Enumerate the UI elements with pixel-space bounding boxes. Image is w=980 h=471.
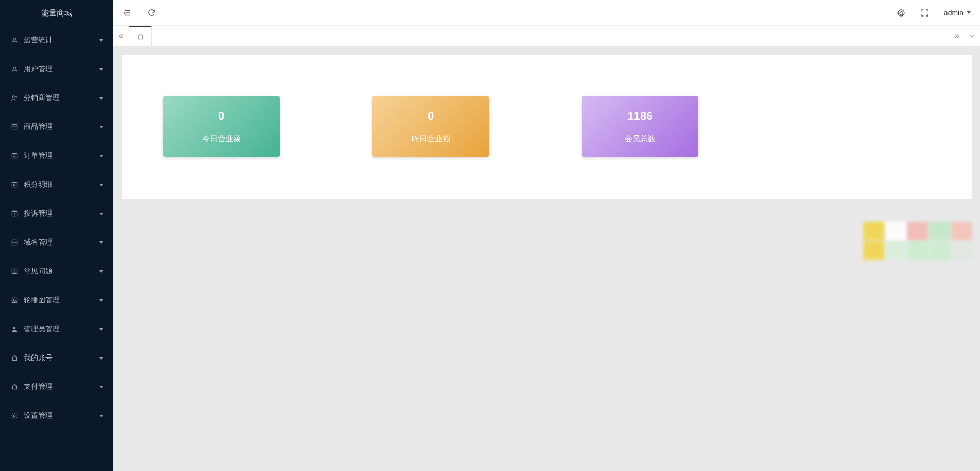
svg-rect-6	[12, 153, 17, 158]
user-icon	[10, 36, 19, 44]
chevron-down-icon	[99, 357, 103, 360]
sidebar-item-faq[interactable]: 常见问题	[0, 257, 113, 286]
chevron-down-icon	[99, 155, 103, 157]
chevron-down-icon	[99, 299, 103, 302]
svg-point-0	[13, 38, 16, 40]
tab-home[interactable]	[129, 26, 152, 46]
sidebar-item-complaint-mgmt[interactable]: 投诉管理	[0, 199, 113, 228]
svg-point-2	[13, 96, 15, 98]
stat-value: 1186	[628, 109, 653, 123]
user-name: admin	[944, 9, 963, 17]
chevron-down-icon	[967, 11, 971, 14]
chevron-down-icon	[99, 126, 103, 128]
stat-value: 0	[218, 109, 224, 123]
sidebar-item-points-detail[interactable]: 积分明细	[0, 170, 113, 199]
order-icon	[10, 152, 19, 160]
sidebar: 能量商城 运营统计 用户管理 分销商管理 商品管	[0, 0, 113, 471]
sidebar-item-label: 用户管理	[24, 64, 53, 74]
svg-point-19	[13, 327, 16, 329]
svg-point-13	[14, 215, 15, 215]
fullscreen-icon[interactable]	[920, 8, 929, 18]
theme-icon[interactable]	[896, 8, 906, 18]
tabs-scroll-left-icon[interactable]	[113, 26, 129, 46]
svg-point-3	[15, 96, 17, 98]
sidebar-item-label: 商品管理	[24, 122, 53, 132]
floating-widget	[863, 222, 972, 260]
sidebar-item-label: 运营统计	[24, 36, 53, 45]
sidebar-item-label: 分销商管理	[24, 93, 60, 103]
chevron-down-icon	[99, 270, 103, 273]
svg-rect-17	[12, 298, 17, 302]
sidebar-item-admin-mgmt[interactable]: 管理员管理	[0, 315, 113, 344]
chevron-down-icon	[99, 241, 103, 244]
svg-point-20	[13, 415, 15, 417]
sidebar-item-user-mgmt[interactable]: 用户管理	[0, 55, 113, 84]
svg-point-16	[14, 273, 15, 273]
sidebar-item-label: 管理员管理	[24, 324, 60, 334]
stat-card-today-revenue: 0 今日营业额	[163, 96, 280, 157]
sidebar-item-product-mgmt[interactable]: 商品管理	[0, 112, 113, 141]
svg-rect-4	[12, 124, 17, 129]
tabbar	[113, 26, 980, 46]
account-icon	[10, 354, 19, 362]
sidebar-item-label: 常见问题	[24, 267, 53, 276]
domain-icon	[10, 238, 19, 247]
user-icon	[10, 65, 19, 73]
svg-point-1	[13, 67, 16, 69]
admin-icon	[10, 325, 19, 333]
stat-value: 0	[428, 109, 434, 123]
stat-label: 会员总数	[625, 134, 656, 144]
refresh-icon[interactable]	[146, 8, 156, 18]
chevron-down-icon	[99, 184, 103, 186]
svg-rect-9	[12, 182, 17, 187]
complaint-icon	[10, 209, 19, 218]
tabs-scroll-right-icon[interactable]	[949, 33, 965, 40]
main-area: admin	[113, 0, 980, 471]
stat-card-member-total: 1186 会员总数	[582, 96, 698, 157]
stat-label: 昨日营业额	[412, 134, 450, 144]
sidebar-item-payment-mgmt[interactable]: 支付管理	[0, 372, 113, 401]
stat-label: 今日营业额	[202, 134, 241, 144]
sidebar-item-label: 订单管理	[24, 151, 53, 160]
chevron-down-icon	[99, 213, 103, 215]
stats-panel: 0 今日营业额 0 昨日营业额 1186 会员总数	[122, 55, 972, 199]
stat-card-yesterday-revenue: 0 昨日营业额	[372, 96, 489, 157]
collapse-sidebar-icon[interactable]	[123, 8, 132, 18]
chevron-down-icon	[99, 328, 103, 331]
detail-icon	[10, 181, 19, 189]
home-icon	[137, 33, 144, 40]
sidebar-item-label: 我的账号	[24, 353, 53, 363]
sidebar-item-label: 支付管理	[24, 382, 53, 392]
app-title: 能量商城	[0, 0, 113, 26]
sidebar-item-label: 轮播图管理	[24, 296, 60, 305]
sidebar-item-my-account[interactable]: 我的账号	[0, 344, 113, 372]
topbar: admin	[113, 0, 980, 26]
sidebar-item-domain-mgmt[interactable]: 域名管理	[0, 228, 113, 257]
user-menu[interactable]: admin	[944, 9, 971, 17]
product-icon	[10, 123, 19, 131]
svg-point-10	[13, 184, 15, 186]
sidebar-item-label: 设置管理	[24, 411, 53, 420]
content-area: 0 今日营业额 0 昨日营业额 1186 会员总数	[113, 46, 980, 471]
tabs-menu-icon[interactable]	[965, 33, 980, 40]
sidebar-item-operation-stats[interactable]: 运营统计	[0, 26, 113, 55]
chevron-down-icon	[99, 415, 103, 417]
faq-icon	[10, 267, 19, 275]
settings-icon	[10, 412, 19, 420]
sidebar-item-label: 积分明细	[24, 180, 53, 189]
sidebar-item-order-mgmt[interactable]: 订单管理	[0, 141, 113, 170]
sidebar-item-label: 投诉管理	[24, 209, 53, 218]
chevron-down-icon	[99, 39, 103, 42]
chevron-down-icon	[99, 386, 103, 388]
sidebar-item-label: 域名管理	[24, 238, 53, 247]
users-icon	[10, 94, 19, 102]
payment-icon	[10, 383, 19, 391]
sidebar-item-settings-mgmt[interactable]: 设置管理	[0, 401, 113, 430]
carousel-icon	[10, 296, 19, 304]
sidebar-item-carousel-mgmt[interactable]: 轮播图管理	[0, 286, 113, 315]
chevron-down-icon	[99, 97, 103, 100]
sidebar-item-distributor-mgmt[interactable]: 分销商管理	[0, 84, 113, 112]
svg-point-18	[13, 299, 14, 300]
chevron-down-icon	[99, 68, 103, 71]
